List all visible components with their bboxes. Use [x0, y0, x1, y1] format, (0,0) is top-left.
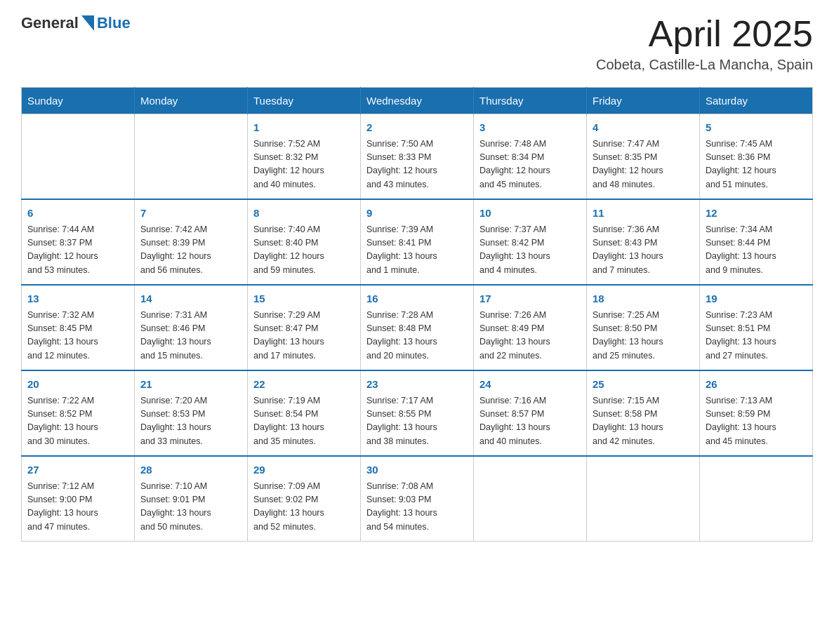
logo: General Blue	[21, 14, 131, 32]
day-info-text: Sunrise: 7:52 AM	[253, 137, 355, 151]
day-info-text: and 9 minutes.	[706, 264, 807, 277]
day-info-text: Sunrise: 7:10 AM	[140, 480, 241, 493]
page-header: General Blue April 2025 Cobeta, Castille…	[21, 14, 813, 73]
table-row: 7Sunrise: 7:42 AMSunset: 8:39 PMDaylight…	[135, 199, 248, 285]
day-number: 7	[140, 206, 241, 222]
day-number: 21	[140, 377, 241, 393]
day-info-text: Sunset: 8:59 PM	[706, 408, 807, 421]
day-info-text: Sunrise: 7:42 AM	[140, 223, 241, 236]
day-info-text: and 15 minutes.	[140, 349, 241, 363]
col-thursday: Thursday	[474, 88, 587, 114]
day-info-text: Sunrise: 7:50 AM	[366, 137, 468, 151]
day-number: 23	[366, 377, 468, 393]
calendar-body: 1Sunrise: 7:52 AMSunset: 8:32 PMDaylight…	[22, 114, 813, 542]
day-info-text: Sunrise: 7:44 AM	[27, 223, 128, 236]
day-info-text: Daylight: 13 hours	[140, 335, 241, 349]
day-info-text: Sunset: 8:48 PM	[366, 322, 468, 335]
day-info-text: Daylight: 12 hours	[27, 250, 128, 263]
day-info-text: Sunrise: 7:26 AM	[479, 309, 581, 322]
day-info-text: Sunrise: 7:08 AM	[366, 480, 468, 493]
day-info-text: Sunset: 8:57 PM	[479, 408, 581, 421]
table-row: 21Sunrise: 7:20 AMSunset: 8:53 PMDayligh…	[135, 370, 248, 456]
logo-general: General	[21, 14, 79, 32]
day-info-text: Sunset: 9:02 PM	[253, 493, 355, 507]
day-number: 25	[593, 377, 694, 393]
day-info-text: Sunrise: 7:15 AM	[593, 394, 694, 408]
day-info-text: Daylight: 13 hours	[253, 507, 355, 520]
day-info-text: and 50 minutes.	[140, 521, 241, 534]
day-info-text: and 12 minutes.	[27, 349, 128, 363]
logo-icon	[81, 15, 94, 31]
day-info-text: and 42 minutes.	[593, 435, 694, 448]
day-info-text: Sunset: 9:00 PM	[27, 493, 128, 507]
day-info-text: and 52 minutes.	[253, 521, 355, 534]
table-row	[474, 456, 587, 542]
day-info-text: Daylight: 13 hours	[366, 507, 468, 520]
day-info-text: Daylight: 13 hours	[27, 335, 128, 349]
table-row: 22Sunrise: 7:19 AMSunset: 8:54 PMDayligh…	[248, 370, 361, 456]
day-info-text: and 48 minutes.	[593, 178, 694, 192]
day-info-text: and 51 minutes.	[706, 178, 807, 192]
day-info-text: Sunrise: 7:48 AM	[479, 137, 581, 151]
table-row: 16Sunrise: 7:28 AMSunset: 8:48 PMDayligh…	[361, 285, 474, 370]
day-number: 15	[253, 291, 355, 307]
day-info-text: and 35 minutes.	[253, 435, 355, 448]
day-info-text: Daylight: 13 hours	[27, 421, 128, 434]
col-saturday: Saturday	[700, 88, 813, 114]
calendar-week-row: 20Sunrise: 7:22 AMSunset: 8:52 PMDayligh…	[22, 370, 813, 456]
day-info-text: and 47 minutes.	[27, 521, 128, 534]
table-row: 10Sunrise: 7:37 AMSunset: 8:42 PMDayligh…	[474, 199, 587, 285]
col-wednesday: Wednesday	[361, 88, 474, 114]
day-number: 28	[140, 462, 241, 478]
day-info-text: Daylight: 12 hours	[479, 164, 581, 177]
day-info-text: Daylight: 13 hours	[593, 421, 694, 434]
day-info-text: and 40 minutes.	[479, 435, 581, 448]
day-info-text: Sunset: 8:44 PM	[706, 236, 807, 250]
day-info-text: Sunset: 8:35 PM	[593, 151, 694, 164]
day-info-text: and 20 minutes.	[366, 349, 468, 363]
day-info-text: Daylight: 13 hours	[706, 250, 807, 263]
day-info-text: Daylight: 13 hours	[140, 421, 241, 434]
table-row: 28Sunrise: 7:10 AMSunset: 9:01 PMDayligh…	[135, 456, 248, 542]
day-info-text: Daylight: 13 hours	[479, 335, 581, 349]
svg-marker-0	[81, 15, 94, 31]
day-info-text: Sunrise: 7:13 AM	[706, 394, 807, 408]
day-info-text: Sunrise: 7:20 AM	[140, 394, 241, 408]
calendar-week-row: 6Sunrise: 7:44 AMSunset: 8:37 PMDaylight…	[22, 199, 813, 285]
table-row: 11Sunrise: 7:36 AMSunset: 8:43 PMDayligh…	[587, 199, 700, 285]
day-info-text: and 4 minutes.	[479, 264, 581, 277]
day-info-text: Daylight: 12 hours	[593, 164, 694, 177]
table-row: 6Sunrise: 7:44 AMSunset: 8:37 PMDaylight…	[22, 199, 135, 285]
day-info-text: and 38 minutes.	[366, 435, 468, 448]
day-info-text: and 27 minutes.	[706, 349, 807, 363]
calendar-week-row: 13Sunrise: 7:32 AMSunset: 8:45 PMDayligh…	[22, 285, 813, 370]
day-info-text: and 53 minutes.	[27, 264, 128, 277]
day-info-text: Sunset: 8:50 PM	[593, 322, 694, 335]
day-info-text: Daylight: 12 hours	[253, 164, 355, 177]
day-number: 12	[706, 206, 807, 222]
day-number: 16	[366, 291, 468, 307]
day-info-text: and 1 minute.	[366, 264, 468, 277]
day-info-text: and 17 minutes.	[253, 349, 355, 363]
day-info-text: and 54 minutes.	[366, 521, 468, 534]
col-tuesday: Tuesday	[248, 88, 361, 114]
title-block: April 2025 Cobeta, Castille-La Mancha, S…	[596, 14, 813, 73]
table-row: 17Sunrise: 7:26 AMSunset: 8:49 PMDayligh…	[474, 285, 587, 370]
day-number: 3	[479, 120, 581, 136]
day-info-text: Daylight: 12 hours	[140, 250, 241, 263]
day-info-text: Daylight: 13 hours	[479, 421, 581, 434]
logo-blue: Blue	[97, 14, 131, 32]
day-number: 19	[706, 291, 807, 307]
table-row	[587, 456, 700, 542]
table-row: 13Sunrise: 7:32 AMSunset: 8:45 PMDayligh…	[22, 285, 135, 370]
day-number: 18	[593, 291, 694, 307]
day-info-text: Sunset: 8:53 PM	[140, 408, 241, 421]
day-info-text: Sunset: 8:51 PM	[706, 322, 807, 335]
day-info-text: Sunrise: 7:36 AM	[593, 223, 694, 236]
day-info-text: Sunset: 8:39 PM	[140, 236, 241, 250]
calendar-header-row: Sunday Monday Tuesday Wednesday Thursday…	[22, 88, 813, 114]
table-row: 24Sunrise: 7:16 AMSunset: 8:57 PMDayligh…	[474, 370, 587, 456]
day-info-text: Daylight: 13 hours	[366, 250, 468, 263]
day-number: 22	[253, 377, 355, 393]
day-info-text: and 45 minutes.	[479, 178, 581, 192]
